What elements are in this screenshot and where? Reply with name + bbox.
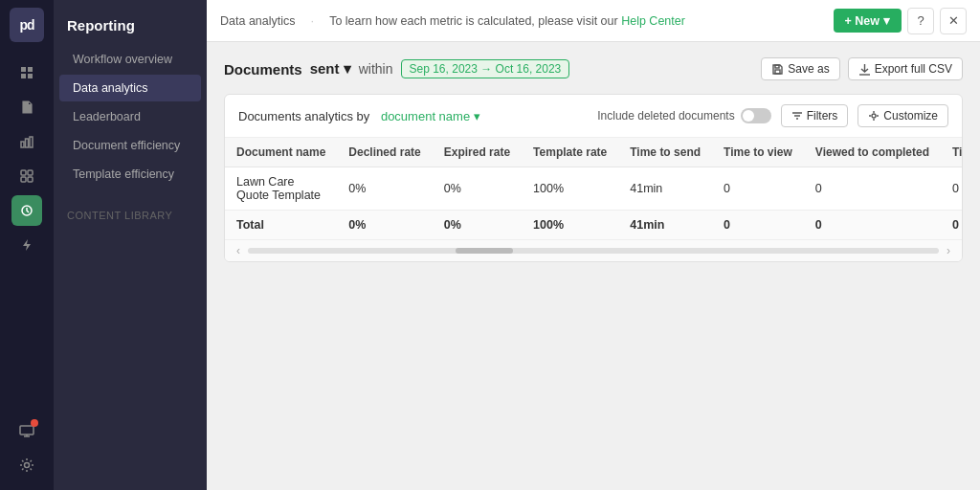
col-time-send: Time to send	[618, 138, 712, 167]
total-time-view: 0	[712, 211, 804, 240]
sidebar-item-doc-efficiency[interactable]: Document efficiency	[59, 132, 201, 159]
include-deleted-toggle[interactable]	[741, 108, 771, 123]
col-template: Template rate	[522, 138, 618, 167]
scroll-track[interactable]	[248, 248, 939, 254]
scroll-right-arrow[interactable]: ›	[943, 244, 954, 257]
docs-sent-right: Save as Export full CSV	[761, 57, 963, 80]
col-time-complete: Time to complete	[941, 138, 963, 167]
topbar-actions: + New ▾ ? ✕	[834, 8, 967, 34]
analytics-by-link[interactable]: document name ▾	[381, 109, 480, 123]
content-area: Documents sent ▾ within Sep 16, 2023 → O…	[207, 42, 980, 490]
include-deleted-control: Include deleted documents	[597, 108, 770, 123]
svg-rect-8	[30, 137, 33, 147]
svg-rect-2	[21, 74, 26, 78]
rail-chart-icon[interactable]	[11, 126, 42, 157]
sidebar-item-leaderboard[interactable]: Leaderboard	[59, 103, 201, 130]
scroll-thumb	[456, 248, 513, 254]
rail-bolt-icon[interactable]	[11, 230, 42, 260]
horizontal-scrollbar[interactable]: ‹ ›	[225, 239, 962, 261]
sidebar-section-content: Content Library	[54, 204, 207, 227]
icon-rail: pd	[0, 0, 54, 490]
topbar-help-text: To learn how each metric is calculated, …	[329, 14, 685, 28]
logo-text: pd	[19, 17, 33, 33]
svg-point-18	[25, 463, 30, 468]
scroll-left-arrow[interactable]: ‹	[233, 244, 244, 257]
logo[interactable]: pd	[10, 8, 44, 42]
download-icon	[858, 63, 871, 76]
svg-point-26	[872, 114, 876, 118]
rail-monitor-icon[interactable]	[11, 415, 42, 446]
topbar: Data analytics · To learn how each metri…	[207, 0, 980, 42]
svg-rect-1	[28, 67, 33, 72]
rail-gear-icon[interactable]	[11, 450, 42, 480]
new-button[interactable]: + New ▾	[834, 9, 902, 33]
sidebar-item-analytics[interactable]: Data analytics	[59, 75, 201, 101]
analytics-table: Document name Declined rate Expired rate…	[225, 138, 963, 239]
rail-reporting-icon[interactable]	[11, 195, 42, 226]
sidebar: Reporting Workflow overview Data analyti…	[54, 0, 207, 490]
save-as-button[interactable]: Save as	[761, 57, 839, 80]
svg-rect-0	[21, 67, 26, 72]
col-doc-name: Document name	[225, 138, 337, 167]
col-viewed-completed: Viewed to completed	[804, 138, 941, 167]
svg-marker-14	[23, 239, 31, 251]
svg-rect-11	[21, 177, 26, 182]
svg-rect-7	[26, 139, 29, 147]
toggle-knob	[743, 110, 754, 122]
total-time-complete: 0	[941, 211, 963, 240]
rail-grid-icon[interactable]	[11, 161, 42, 191]
svg-rect-3	[28, 74, 33, 78]
docs-sent-bar: Documents sent ▾ within Sep 16, 2023 → O…	[224, 57, 963, 80]
col-expired: Expired rate	[433, 138, 522, 167]
total-declined: 0%	[337, 211, 432, 240]
help-center-link[interactable]: Help Center	[621, 14, 685, 28]
table-row: Lawn Care Quote Template 0% 0% 100% 41mi…	[225, 167, 963, 211]
sidebar-title: Reporting	[54, 11, 207, 45]
cell-declined: 0%	[337, 167, 432, 211]
col-declined: Declined rate	[337, 138, 432, 167]
svg-rect-15	[20, 426, 33, 434]
total-doc-name: Total	[225, 211, 337, 240]
svg-rect-10	[28, 170, 33, 175]
svg-rect-6	[21, 142, 24, 147]
analytics-header: Documents analytics by document name ▾ I…	[225, 95, 962, 138]
total-viewed-completed: 0	[804, 211, 941, 240]
cell-template: 100%	[522, 167, 618, 211]
analytics-header-right: Include deleted documents Filters Custom…	[597, 104, 948, 127]
rail-docs-icon[interactable]	[11, 92, 42, 122]
customize-button[interactable]: Customize	[858, 104, 948, 127]
col-time-view: Time to view	[712, 138, 804, 167]
sidebar-item-template-efficiency[interactable]: Template efficiency	[59, 161, 201, 188]
save-icon	[771, 63, 784, 76]
customize-icon	[868, 110, 880, 122]
svg-rect-20	[775, 65, 779, 68]
total-time-send: 41min	[618, 211, 712, 240]
question-button[interactable]: ?	[907, 8, 934, 34]
total-expired: 0%	[433, 211, 522, 240]
total-template: 100%	[522, 211, 618, 240]
docs-within-label: within	[359, 61, 393, 77]
cell-time-view: 0	[712, 167, 804, 211]
cell-time-send: 41min	[618, 167, 712, 211]
svg-rect-19	[775, 70, 780, 74]
svg-rect-12	[28, 177, 33, 182]
sidebar-item-workflow[interactable]: Workflow overview	[59, 46, 201, 73]
docs-dropdown[interactable]: sent ▾	[310, 60, 351, 78]
close-button[interactable]: ✕	[940, 8, 967, 34]
date-range-badge[interactable]: Sep 16, 2023 → Oct 16, 2023	[401, 59, 570, 78]
cell-viewed-completed: 0	[804, 167, 941, 211]
analytics-card: Documents analytics by document name ▾ I…	[224, 94, 963, 262]
main-content: Data analytics · To learn how each metri…	[207, 0, 980, 490]
export-csv-button[interactable]: Export full CSV	[848, 57, 963, 80]
table-total-row: Total 0% 0% 100% 41min 0 0 0 $5,327.00	[225, 211, 963, 240]
cell-expired: 0%	[433, 167, 522, 211]
svg-rect-9	[21, 170, 26, 175]
cell-time-complete: 0	[941, 167, 963, 211]
filter-icon	[791, 110, 803, 122]
rail-home-icon[interactable]	[11, 57, 42, 88]
topbar-breadcrumb: Data analytics	[220, 14, 296, 28]
analytics-by-label: Documents analytics by	[238, 109, 369, 123]
docs-title: Documents	[224, 61, 302, 78]
table-header-row: Document name Declined rate Expired rate…	[225, 138, 963, 167]
filters-button[interactable]: Filters	[781, 104, 849, 127]
